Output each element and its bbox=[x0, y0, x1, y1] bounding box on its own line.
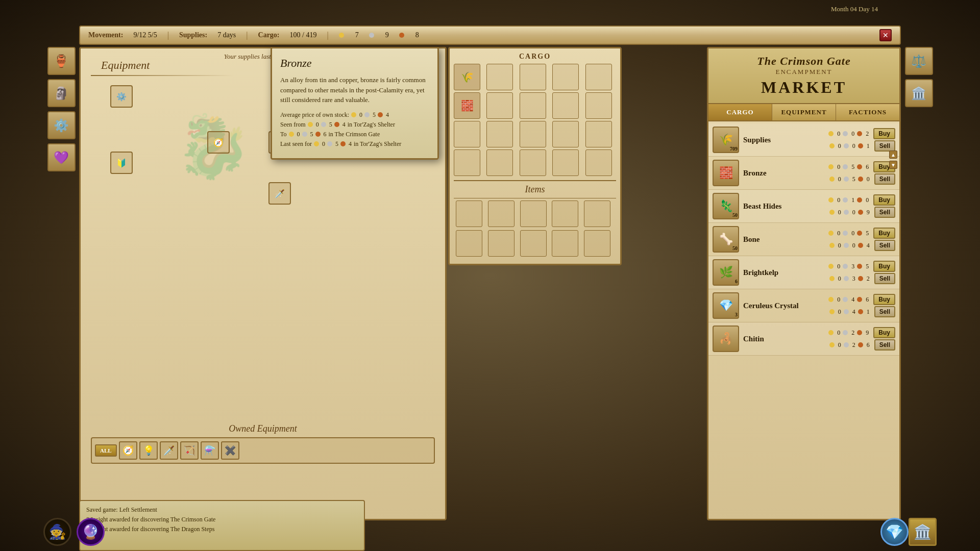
item-icon-box[interactable]: 🦎50 bbox=[713, 193, 739, 219]
sell-button[interactable]: Sell bbox=[874, 339, 895, 350]
month-day-display: Month 04 Day 14 bbox=[831, 5, 878, 13]
cargo-cell[interactable] bbox=[585, 149, 612, 176]
buy-button[interactable]: Buy bbox=[873, 294, 895, 305]
dot-copper bbox=[378, 112, 383, 117]
cargo-cell[interactable] bbox=[454, 121, 480, 147]
item-count-badge: 3 bbox=[735, 312, 738, 317]
cargo-cell[interactable] bbox=[486, 64, 513, 90]
cargo-cell[interactable] bbox=[486, 121, 513, 147]
cargo-cell[interactable] bbox=[585, 64, 612, 90]
gate-icon[interactable]: 🏛️ bbox=[909, 518, 937, 546]
all-filter-button[interactable]: ALL bbox=[95, 444, 117, 457]
sidebar-artifact-icon[interactable]: 🗿 bbox=[47, 79, 76, 107]
buy-button[interactable]: Buy bbox=[873, 194, 895, 206]
market-item: 🌾709Supplies 0 0 2 Buy 0 0 1 Sell bbox=[708, 123, 899, 157]
cargo-cell[interactable] bbox=[552, 64, 579, 90]
cargo-cell[interactable] bbox=[486, 149, 513, 176]
dot-silver bbox=[844, 276, 849, 281]
equip-slot-body[interactable]: 🔰 bbox=[110, 152, 133, 174]
sell-button[interactable]: Sell bbox=[874, 207, 895, 218]
equip-slot-weapon2[interactable]: 🗡️ bbox=[268, 182, 291, 205]
sidebar-compass-icon[interactable]: ⚙️ bbox=[47, 111, 76, 139]
sidebar-scales-icon[interactable]: ⚖️ bbox=[905, 47, 933, 75]
equip-body-icon: 🔰 bbox=[116, 158, 127, 168]
filter-light-icon[interactable]: 💡 bbox=[139, 441, 158, 460]
item-icon-box[interactable]: 🦂 bbox=[713, 325, 739, 352]
items-cell[interactable] bbox=[520, 201, 547, 227]
cargo-cell[interactable] bbox=[585, 121, 612, 147]
tab-equipment[interactable]: EQUIPMENT bbox=[772, 104, 836, 120]
items-cell[interactable] bbox=[552, 201, 578, 227]
items-cell[interactable] bbox=[520, 230, 547, 257]
cargo-value: 100 / 419 bbox=[290, 31, 317, 39]
scroll-up-arrow[interactable]: ▲ bbox=[889, 151, 897, 159]
scroll-down-arrow[interactable]: ▼ bbox=[889, 161, 897, 169]
cargo-cell[interactable] bbox=[520, 149, 546, 176]
cargo-cell[interactable] bbox=[585, 92, 612, 119]
sell-button[interactable]: Sell bbox=[874, 240, 895, 251]
sell-button[interactable]: Sell bbox=[874, 273, 895, 284]
items-cell[interactable] bbox=[456, 201, 482, 227]
tab-factions[interactable]: FACTIONS bbox=[836, 104, 899, 120]
cargo-cell[interactable] bbox=[552, 121, 579, 147]
item-prices: 0 0 2 Buy 0 0 1 Sell bbox=[828, 128, 895, 152]
sidebar-vase-icon[interactable]: 🏺 bbox=[47, 47, 76, 75]
dot-gold bbox=[829, 276, 835, 281]
cargo-cell[interactable] bbox=[552, 149, 579, 176]
equip-slot-amulet[interactable]: 🧭 bbox=[207, 131, 230, 154]
filter-flask-icon[interactable]: ⚗️ bbox=[201, 441, 219, 460]
filter-compass-icon[interactable]: 🧭 bbox=[119, 441, 137, 460]
item-icon-box[interactable]: 🦴50 bbox=[713, 226, 739, 253]
tab-cargo[interactable]: CARGO bbox=[708, 104, 772, 120]
buy-button[interactable]: Buy bbox=[873, 228, 895, 239]
item-icon-box[interactable]: 🌾709 bbox=[713, 127, 739, 153]
sell-silver: 5 bbox=[851, 176, 857, 183]
cargo-cell[interactable] bbox=[486, 92, 513, 119]
market-tabs: CARGO EQUIPMENT FACTIONS bbox=[708, 104, 899, 121]
sidebar-coin-icon[interactable]: 🏛️ bbox=[905, 79, 933, 107]
filter-navigate-icon[interactable]: 🗡️ bbox=[160, 441, 178, 460]
portrait-icon[interactable]: 🧙 bbox=[43, 518, 71, 546]
cargo-cell[interactable] bbox=[552, 92, 579, 119]
dot-gold bbox=[829, 143, 835, 148]
cargo-cell[interactable]: 🌾 bbox=[454, 64, 480, 90]
items-cell[interactable] bbox=[488, 201, 514, 227]
cargo-cell[interactable]: 🧱 bbox=[454, 92, 480, 119]
filter-cross-icon[interactable]: ✖️ bbox=[221, 441, 239, 460]
cargo-cell[interactable] bbox=[520, 121, 546, 147]
items-cell[interactable] bbox=[488, 230, 514, 257]
item-count-badge: 6 bbox=[735, 279, 738, 284]
items-cell[interactable] bbox=[456, 230, 482, 257]
buy-copper: 6 bbox=[864, 296, 870, 304]
items-cell[interactable] bbox=[552, 230, 578, 257]
item-icon-box[interactable]: 💎3 bbox=[713, 292, 739, 319]
sell-button[interactable]: Sell bbox=[874, 306, 895, 317]
market-item: 🧱Bronze 0 5 6 Buy 0 5 0 Sell bbox=[708, 157, 899, 190]
items-cell[interactable] bbox=[584, 201, 610, 227]
close-button[interactable]: ✕ bbox=[879, 29, 892, 41]
sell-gold: 0 bbox=[837, 242, 843, 249]
cargo-cell[interactable] bbox=[520, 92, 546, 119]
filter-bow-icon[interactable]: 🏹 bbox=[180, 441, 199, 460]
buy-button[interactable]: Buy bbox=[873, 128, 895, 139]
item-icon-box[interactable]: 🧱 bbox=[713, 160, 739, 186]
dot-silver bbox=[843, 164, 848, 169]
buy-copper: 2 bbox=[864, 130, 870, 138]
sell-button[interactable]: Sell bbox=[874, 173, 895, 185]
buy-button[interactable]: Buy bbox=[873, 327, 895, 338]
sidebar-gem-icon[interactable]: 💜 bbox=[47, 143, 76, 171]
dot-silver bbox=[844, 243, 849, 248]
item-icon-box[interactable]: 🌿6 bbox=[713, 259, 739, 286]
items-cell[interactable] bbox=[584, 230, 610, 257]
cargo-cell[interactable] bbox=[454, 149, 480, 176]
dot-gold bbox=[828, 297, 834, 302]
cargo-cell[interactable] bbox=[520, 64, 546, 90]
copper-icon bbox=[399, 33, 404, 38]
item-prices: 0 2 9 Buy 0 2 6 Sell bbox=[828, 327, 895, 350]
sell-button[interactable]: Sell bbox=[874, 140, 895, 152]
equip-slot-head[interactable]: ⚙️ bbox=[110, 85, 133, 108]
buy-gold: 0 bbox=[836, 296, 842, 304]
buy-button[interactable]: Buy bbox=[873, 261, 895, 272]
dot-copper bbox=[857, 297, 862, 302]
blue-crystal-icon: 💎 bbox=[880, 518, 909, 546]
